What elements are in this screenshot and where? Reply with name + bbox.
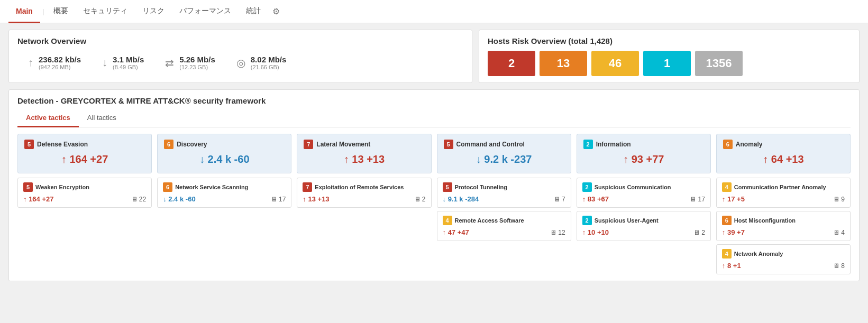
tactic-stat-defense-evasion: ↑ 164 +27 xyxy=(24,153,145,165)
tactics-tabs: Active tactics All tactics xyxy=(17,109,851,127)
nav-item-main[interactable]: Main xyxy=(8,1,40,23)
tactic-name-defense-evasion: Defense Evasion xyxy=(37,141,88,148)
nav-item-gaiyou[interactable]: 概要 xyxy=(46,0,76,24)
detection-panel: Detection - GREYCORTEX & MITRE ATT&CK® s… xyxy=(8,89,860,281)
upload-stat: ↑ 236.82 kb/s (942.26 MB) xyxy=(17,51,92,75)
tactic-information[interactable]: 2 Information ↑ 93 +77 xyxy=(577,134,711,173)
tactic-badge-defense-evasion: 5 xyxy=(24,140,34,149)
tactic-stat-command-control: ↓ 9.2 k -237 xyxy=(444,153,564,165)
subtactic-remote-access-software[interactable]: 4 Remote Access Software ↑ 47 +47 🖥 12 xyxy=(437,211,571,241)
tactic-name-discovery: Discovery xyxy=(177,141,207,148)
bandwidth-total: (21.66 GB) xyxy=(251,64,287,70)
subtactic-count-hm: ↑ 39 +7 xyxy=(722,228,745,236)
subtactic-badge-hm: 6 xyxy=(722,216,732,225)
download-stat: ↓ 3.1 Mb/s (8.49 GB) xyxy=(92,51,154,75)
subtactic-badge-na: 4 xyxy=(722,249,732,259)
subtactic-suspicious-communication[interactable]: 2 Suspicious Communication ↑ 83 +67 🖥 17 xyxy=(577,178,711,208)
download-speed: 3.1 Mb/s xyxy=(113,55,144,64)
subtactic-badge-nss: 6 xyxy=(163,182,172,192)
tactic-name-command-control: Command and Control xyxy=(456,141,525,148)
subtactics-row3: 4 Network Anomaly ↑ 8 +1 🖥 8 xyxy=(17,244,851,274)
nav-item-stats[interactable]: 統計 xyxy=(239,0,268,24)
subtactic-protocol-tunneling[interactable]: 5 Protocol Tunneling ↓ 9.1 k -284 🖥 7 xyxy=(437,178,571,208)
tactic-stat-discovery: ↓ 2.4 k -60 xyxy=(164,153,285,165)
tactic-badge-information: 2 xyxy=(583,140,593,149)
bandwidth-speed: 8.02 Mb/s xyxy=(251,55,287,64)
subtactic-count-sc: ↑ 83 +67 xyxy=(582,195,609,203)
subtactic-hosts-hm: 🖥 4 xyxy=(833,229,845,236)
nav-item-risk[interactable]: リスク xyxy=(135,0,172,24)
risk-badge-medium[interactable]: 46 xyxy=(591,51,639,76)
tactic-badge-discovery: 6 xyxy=(164,140,173,149)
risk-badge-critical[interactable]: 2 xyxy=(488,51,535,76)
risk-badge-low[interactable]: 1 xyxy=(643,51,691,76)
download-total: (8.49 GB) xyxy=(113,64,144,70)
subtactic-hosts-sc: 🖥 17 xyxy=(690,196,705,203)
gear-icon[interactable]: ⚙ xyxy=(272,6,280,16)
subtactic-exploitation-remote[interactable]: 7 Exploitation of Remote Services ↑ 13 +… xyxy=(297,178,431,208)
subtactic-hosts-sua: 🖥 2 xyxy=(693,229,705,236)
subtactic-host-misconfiguration[interactable]: 6 Host Misconfiguration ↑ 39 +7 🖥 4 xyxy=(716,211,851,241)
tactic-lateral-movement[interactable]: 7 Lateral Movement ↑ 13 +13 xyxy=(297,134,431,173)
bandwidth-icon: ◎ xyxy=(236,57,245,69)
subtactic-badge-weaken: 5 xyxy=(23,182,33,192)
subtactic-hosts-ras: 🖥 12 xyxy=(550,229,565,236)
subtactic-suspicious-user-agent[interactable]: 2 Suspicious User-Agent ↑ 10 +10 🖥 2 xyxy=(577,211,711,241)
throughput-total: (12.23 GB) xyxy=(179,64,215,70)
subtactic-name-sua: Suspicious User-Agent xyxy=(595,217,659,224)
tactics-grid: 5 Defense Evasion ↑ 164 +27 6 Discovery … xyxy=(17,134,851,173)
tab-active-tactics[interactable]: Active tactics xyxy=(17,109,79,127)
subtactic-hosts-pt: 🖥 7 xyxy=(554,196,565,203)
subtactic-count-weaken: ↑ 164 +27 xyxy=(23,195,54,203)
subtactic-count-pt: ↓ 9.1 k -284 xyxy=(443,195,479,203)
subtactic-name-na: Network Anomaly xyxy=(734,251,783,257)
subtactic-count-cpa: ↑ 17 +5 xyxy=(722,195,745,203)
subtactic-count-na: ↑ 8 +1 xyxy=(722,262,741,270)
subtactic-badge-sua: 2 xyxy=(582,216,592,225)
detection-title: Detection - GREYCORTEX & MITRE ATT&CK® s… xyxy=(17,96,851,105)
bandwidth-stat: ◎ 8.02 Mb/s (21.66 GB) xyxy=(226,51,297,75)
subtactic-badge-cpa: 4 xyxy=(722,182,732,192)
tactic-name-information: Information xyxy=(596,141,631,148)
subtactic-network-anomaly[interactable]: 4 Network Anomaly ↑ 8 +1 🖥 8 xyxy=(716,244,851,274)
subtactic-hosts-weaken: 🖥 22 xyxy=(131,196,146,203)
subtactic-hosts-cpa: 🖥 9 xyxy=(833,196,845,203)
subtactic-name-pt: Protocol Tunneling xyxy=(455,184,507,190)
subtactic-count-ers: ↑ 13 +13 xyxy=(303,195,329,203)
subtactic-name-cpa: Communication Partner Anomaly xyxy=(734,184,826,190)
subtactic-badge-ers: 7 xyxy=(303,182,312,192)
hosts-risk-panel: Hosts Risk Overview (total 1,428) 2 13 4… xyxy=(479,30,860,83)
network-overview-panel: Network Overview ↑ 236.82 kb/s (942.26 M… xyxy=(8,30,472,83)
subtactic-comm-partner-anomaly[interactable]: 4 Communication Partner Anomaly ↑ 17 +5 … xyxy=(716,178,851,208)
download-icon: ↓ xyxy=(102,57,107,69)
nav-item-performance[interactable]: パフォーマンス xyxy=(172,0,239,24)
subtactics-row1: 5 Weaken Encryption ↑ 164 +27 🖥 22 6 Net… xyxy=(17,178,851,208)
tactic-anomaly[interactable]: 6 Anomaly ↑ 64 +13 xyxy=(716,134,851,173)
upload-speed: 236.82 kb/s xyxy=(39,55,81,64)
subtactic-badge-sc: 2 xyxy=(582,182,592,192)
tactic-stat-information: ↑ 93 +77 xyxy=(583,153,704,165)
subtactic-network-service-scanning[interactable]: 6 Network Service Scanning ↓ 2.4 k -60 🖥… xyxy=(157,178,291,208)
network-overview-title: Network Overview xyxy=(17,36,463,45)
hosts-badges: 2 13 46 1 1356 xyxy=(488,51,851,76)
top-nav: Main | 概要 セキュリティ リスク パフォーマンス 統計 ⚙ xyxy=(0,0,868,23)
tab-all-tactics[interactable]: All tactics xyxy=(79,109,125,127)
subtactic-count-sua: ↑ 10 +10 xyxy=(582,228,609,236)
tactic-badge-lateral-movement: 7 xyxy=(304,140,313,149)
tactic-command-control[interactable]: 5 Command and Control ↓ 9.2 k -237 xyxy=(437,134,571,173)
subtactic-name-nss: Network Service Scanning xyxy=(175,184,248,190)
upload-icon: ↑ xyxy=(28,57,33,69)
subtactic-name-ras: Remote Access Software xyxy=(455,217,524,224)
subtactic-hosts-ers: 🖥 2 xyxy=(414,196,426,203)
subtactic-hosts-na: 🖥 8 xyxy=(833,262,845,270)
risk-badge-none[interactable]: 1356 xyxy=(695,51,743,76)
subtactic-badge-ras: 4 xyxy=(443,216,452,225)
tactic-name-anomaly: Anomaly xyxy=(736,141,763,148)
tactic-discovery[interactable]: 6 Discovery ↓ 2.4 k -60 xyxy=(157,134,291,173)
hosts-risk-title: Hosts Risk Overview (total 1,428) xyxy=(488,36,851,45)
tactic-defense-evasion[interactable]: 5 Defense Evasion ↑ 164 +27 xyxy=(17,134,152,173)
subtactic-weaken-encryption[interactable]: 5 Weaken Encryption ↑ 164 +27 🖥 22 xyxy=(17,178,152,208)
risk-badge-high[interactable]: 13 xyxy=(540,51,587,76)
throughput-stat: ⇄ 5.26 Mb/s (12.23 GB) xyxy=(154,51,226,75)
nav-item-security[interactable]: セキュリティ xyxy=(76,0,135,24)
